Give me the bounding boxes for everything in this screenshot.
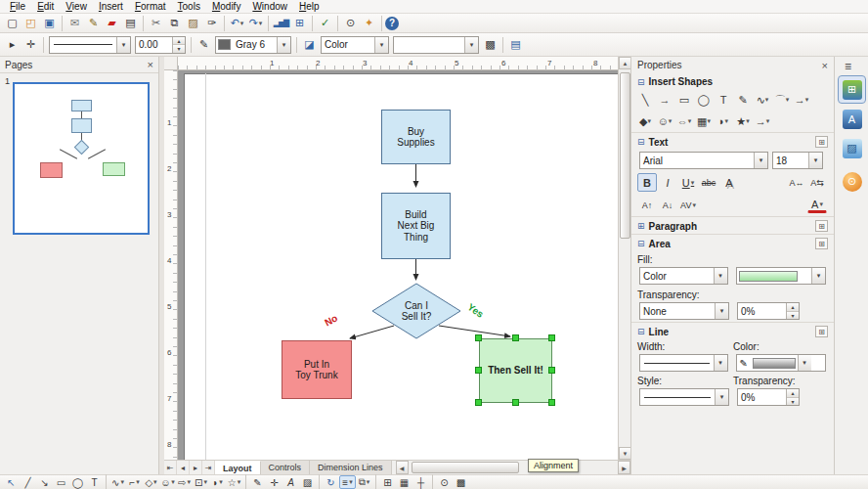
dropdown-arrow[interactable]: ▾ (715, 389, 728, 405)
dropdown-arrow[interactable]: ▾ (464, 37, 478, 53)
dropdown-arrow[interactable]: ▾ (688, 117, 692, 125)
line-color-combo-sidebar[interactable]: ✎ ▾ (736, 354, 826, 372)
dropdown-arrow[interactable]: ▾ (746, 117, 750, 125)
redo-icon[interactable]: ↷▾ (246, 15, 265, 31)
spin-up-icon[interactable]: ▴ (173, 37, 185, 46)
insert-connector-icon[interactable]: ⌒▾ (772, 90, 792, 110)
insert-lines-icon[interactable]: →▾ (792, 90, 811, 110)
deck-properties-icon[interactable]: ⊞ (839, 76, 865, 103)
dropdown-arrow[interactable]: ▾ (805, 96, 809, 104)
section-area[interactable]: ⊟ Area ⊞ (631, 234, 834, 251)
arrange-icon[interactable]: ⧉▾ (356, 475, 372, 489)
flowchart-shapes-icon[interactable]: ▦▾ (694, 111, 714, 131)
fill-type-combo[interactable]: Color ▾ (321, 36, 389, 54)
bold-button[interactable]: B (637, 173, 657, 192)
dropdown-arrow[interactable]: ▾ (754, 153, 767, 168)
copy-icon[interactable]: ⧉ (165, 15, 184, 31)
selection-handle[interactable] (475, 367, 482, 374)
symbol-shapes-icon[interactable]: ☺▾ (159, 475, 176, 489)
section-text[interactable]: ⊟ Text ⊞ (631, 132, 834, 150)
undo-icon[interactable]: ↶▾ (228, 15, 246, 31)
dropdown-arrow[interactable]: ▾ (811, 268, 825, 284)
dropdown-arrow[interactable]: ▾ (647, 117, 651, 125)
area-fill-type-value[interactable]: Color (640, 268, 714, 284)
decrease-spacing-icon[interactable]: A⇆ (807, 173, 827, 192)
dropdown-arrow[interactable]: ▾ (786, 96, 790, 104)
dropdown-arrow[interactable]: ▾ (349, 478, 353, 486)
dropdown-arrow[interactable]: ▾ (808, 153, 822, 168)
dropdown-arrow[interactable]: ▾ (715, 303, 728, 319)
page-thumbnail[interactable] (13, 82, 150, 235)
menu-help[interactable]: Help (293, 1, 326, 12)
star-shapes-icon[interactable]: ☆▾ (226, 475, 242, 489)
grid-icon[interactable]: ⊞ (379, 475, 396, 489)
font-color-button[interactable]: A▾ (807, 197, 827, 213)
collapse-icon[interactable]: ⊟ (637, 77, 645, 87)
dropdown-arrow[interactable]: ▾ (374, 37, 388, 53)
line-width-value[interactable]: 0.00 (136, 37, 172, 53)
dropdown-arrow[interactable]: ▾ (136, 478, 140, 486)
selection-handle[interactable] (475, 399, 482, 406)
grow-font-icon[interactable]: A↑ (637, 196, 657, 214)
collapse-icon[interactable]: ⊟ (637, 327, 645, 336)
dropdown-arrow[interactable]: ▾ (714, 355, 727, 371)
expand-icon[interactable]: ⊞ (637, 221, 645, 231)
vertical-ruler[interactable]: 1 2 3 4 5 6 7 8 (164, 70, 178, 460)
horizontal-scrollbar[interactable]: ◀ ▶ (396, 461, 630, 474)
zoom-icon[interactable]: ⊙ (341, 15, 360, 31)
font-size-value[interactable]: 18 (773, 153, 808, 168)
line-style-combo[interactable]: ▾ (49, 36, 131, 54)
shadow-icon[interactable]: ▩ (481, 36, 499, 53)
basic-shapes-icon[interactable]: ◇▾ (143, 475, 159, 489)
selection-handle[interactable] (475, 334, 482, 341)
selection-handle[interactable] (548, 334, 555, 341)
print-icon[interactable]: ▤ (121, 15, 140, 31)
tab-dimension-lines[interactable]: Dimension Lines (310, 461, 392, 474)
horizontal-ruler[interactable]: 1 2 3 4 5 6 7 8 (178, 57, 618, 70)
paste-icon[interactable]: ▨ (184, 15, 202, 31)
next-page-icon[interactable]: ▸ (190, 461, 202, 474)
transparency-value[interactable]: 0% (738, 303, 786, 319)
close-icon[interactable]: × (148, 59, 153, 70)
select-tool-icon[interactable]: ↖ (3, 475, 20, 489)
font-name-combo[interactable]: Arial ▾ (639, 152, 768, 169)
increase-spacing-icon[interactable]: A↔ (787, 173, 806, 192)
email-icon[interactable]: ✉ (65, 15, 84, 31)
callout-shapes-icon[interactable]: ◗▾ (209, 475, 226, 489)
selection-handle[interactable] (512, 334, 519, 341)
dropdown-arrow[interactable]: ▾ (691, 179, 695, 187)
area-dialog-launcher-icon[interactable]: ⊞ (815, 238, 828, 249)
menu-file[interactable]: File (4, 1, 31, 12)
transparency-type-value[interactable]: None (640, 303, 715, 319)
shadow-tool-icon[interactable]: ▩ (453, 475, 469, 489)
symbol-shapes-icon[interactable]: ☺▾ (655, 111, 674, 131)
table-icon[interactable]: ⊞ (290, 15, 309, 31)
menu-insert[interactable]: Insert (93, 1, 129, 12)
dropdown-arrow[interactable]: ▾ (798, 355, 811, 371)
text-dialog-launcher-icon[interactable]: ⊞ (815, 136, 828, 148)
insert-arrow-icon[interactable]: → (655, 90, 674, 110)
spin-up-icon[interactable]: ▴ (787, 303, 799, 312)
block-arrows-icon[interactable]: ⇔▾ (674, 111, 694, 131)
flow-node-put-in-toy-trunk[interactable]: Put In Toy Trunk (282, 340, 352, 399)
clone-formatting-icon[interactable]: ✑ (202, 15, 221, 31)
line-color-value[interactable]: Gray 6 (233, 37, 277, 53)
new-icon[interactable]: ▢ (3, 15, 22, 31)
spin-down-icon[interactable]: ▾ (787, 312, 799, 320)
flow-node-buy-supplies[interactable]: Buy Supplies (381, 110, 451, 164)
collapse-icon[interactable]: ⊟ (637, 239, 645, 248)
tab-controls[interactable]: Controls (261, 461, 311, 474)
section-insert-shapes[interactable]: ⊟ Insert Shapes (631, 73, 834, 89)
vertical-scroll-thumb[interactable] (620, 72, 630, 239)
dropdown-arrow[interactable]: ▾ (171, 478, 175, 486)
transparency-spinner[interactable]: 0% ▴▾ (737, 302, 800, 320)
flow-node-then-sell-it[interactable]: Then Sell It! (479, 338, 552, 403)
drawing-workspace[interactable]: Buy Supplies Build Next Big Thing Can I … (178, 70, 618, 460)
snap-icon[interactable]: ▦ (396, 475, 412, 489)
horizontal-scroll-thumb[interactable] (412, 462, 519, 473)
insert-freeform-icon[interactable]: ✎ (733, 90, 753, 110)
fontwork-icon[interactable]: A (282, 475, 299, 489)
selection-handle[interactable] (548, 399, 555, 406)
fill-color-combo[interactable]: ▾ (393, 36, 479, 54)
insert-ellipse-icon[interactable]: ◯ (694, 90, 714, 110)
